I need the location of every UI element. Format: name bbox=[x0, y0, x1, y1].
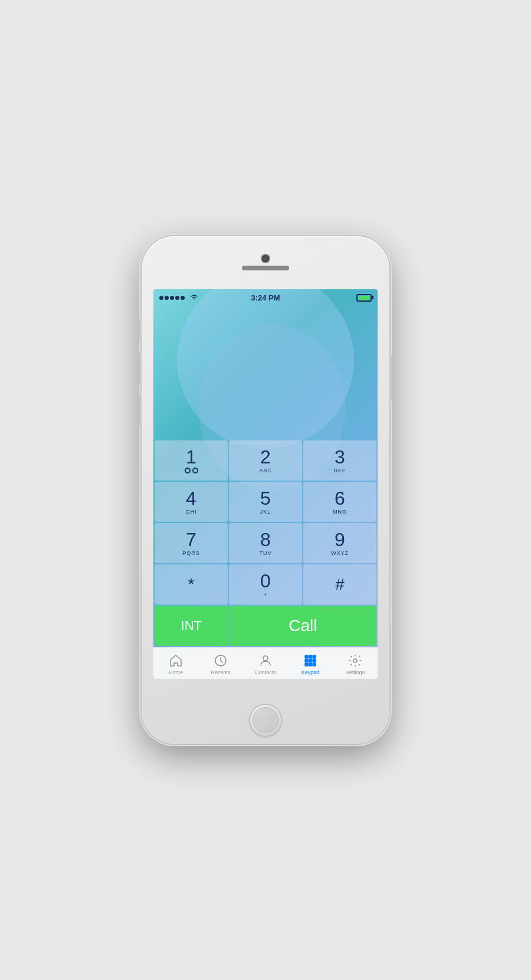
speaker-grille bbox=[242, 266, 289, 270]
status-bar: 3:24 PM bbox=[153, 289, 378, 306]
tab-keypad[interactable]: Keypad bbox=[288, 651, 333, 675]
battery-fill bbox=[358, 296, 369, 300]
power-button[interactable] bbox=[389, 354, 392, 401]
svg-point-11 bbox=[353, 659, 357, 662]
home-button-inner bbox=[253, 707, 278, 733]
svg-rect-3 bbox=[309, 655, 312, 658]
key-1[interactable]: 1 bbox=[155, 440, 228, 481]
key-7[interactable]: 7 PQRS bbox=[155, 523, 228, 563]
battery-indicator bbox=[356, 294, 372, 302]
key-3[interactable]: 3 DEF bbox=[303, 440, 376, 481]
key-2[interactable]: 2 ABC bbox=[229, 440, 302, 481]
status-right bbox=[356, 294, 372, 302]
key-8[interactable]: 8 TUV bbox=[229, 523, 302, 563]
keypad-icon bbox=[303, 654, 317, 668]
svg-rect-7 bbox=[313, 659, 316, 662]
contacts-icon bbox=[258, 654, 273, 668]
top-hardware-area bbox=[142, 236, 389, 289]
tab-home[interactable]: Home bbox=[153, 651, 198, 675]
tab-settings-label: Settings bbox=[346, 669, 365, 675]
tab-recents-label: Recents bbox=[211, 669, 230, 675]
home-button[interactable] bbox=[250, 705, 281, 736]
volume-up-button[interactable] bbox=[139, 352, 142, 385]
settings-icon bbox=[348, 654, 362, 668]
status-time: 3:24 PM bbox=[251, 293, 280, 302]
key-hash[interactable]: # bbox=[303, 564, 376, 605]
tab-keypad-label: Keypad bbox=[301, 669, 320, 675]
key-0[interactable]: 0 + bbox=[229, 564, 302, 605]
keypad-area: 1 2 ABC 3 DEF 4 bbox=[153, 439, 378, 647]
tab-contacts-label: Contacts bbox=[255, 669, 276, 675]
call-button[interactable]: Call bbox=[230, 606, 376, 646]
signal-dot-3 bbox=[170, 296, 174, 300]
key-9[interactable]: 9 WXYZ bbox=[303, 523, 376, 563]
call-row: INT Call bbox=[153, 606, 378, 647]
svg-point-1 bbox=[263, 656, 268, 661]
volume-down-button[interactable] bbox=[139, 393, 142, 426]
signal-dot-1 bbox=[159, 296, 163, 300]
tab-settings[interactable]: Settings bbox=[333, 651, 378, 675]
key-4[interactable]: 4 GHI bbox=[155, 482, 228, 522]
signal-dot-2 bbox=[165, 296, 169, 300]
svg-rect-5 bbox=[305, 659, 308, 662]
phone-frame: 3:24 PM 1 2 bbox=[142, 236, 389, 744]
signal-dot-5 bbox=[181, 296, 185, 300]
svg-rect-8 bbox=[305, 663, 308, 666]
tab-home-label: Home bbox=[169, 669, 183, 675]
key-star[interactable]: * bbox=[155, 564, 228, 605]
keypad-grid: 1 2 ABC 3 DEF 4 bbox=[153, 439, 378, 606]
voicemail-icon bbox=[185, 468, 198, 473]
svg-rect-2 bbox=[305, 655, 308, 658]
front-camera bbox=[262, 255, 269, 262]
signal-indicator bbox=[159, 296, 185, 300]
recents-icon bbox=[214, 654, 228, 668]
key-5[interactable]: 5 JKL bbox=[229, 482, 302, 522]
tab-recents[interactable]: Recents bbox=[198, 651, 243, 675]
screen: 3:24 PM 1 2 bbox=[153, 289, 378, 679]
key-6[interactable]: 6 MNO bbox=[303, 482, 376, 522]
tab-bar: Home Recents Contacts bbox=[153, 647, 378, 679]
svg-rect-9 bbox=[309, 663, 312, 666]
wifi-icon bbox=[189, 293, 199, 302]
signal-dot-4 bbox=[175, 296, 179, 300]
int-button[interactable]: INT bbox=[155, 606, 228, 646]
home-icon bbox=[169, 654, 183, 668]
tab-contacts[interactable]: Contacts bbox=[243, 651, 288, 675]
svg-rect-6 bbox=[309, 659, 312, 662]
svg-rect-4 bbox=[313, 655, 316, 658]
mute-button[interactable] bbox=[139, 319, 142, 340]
status-left bbox=[159, 293, 199, 302]
svg-rect-10 bbox=[313, 663, 316, 666]
